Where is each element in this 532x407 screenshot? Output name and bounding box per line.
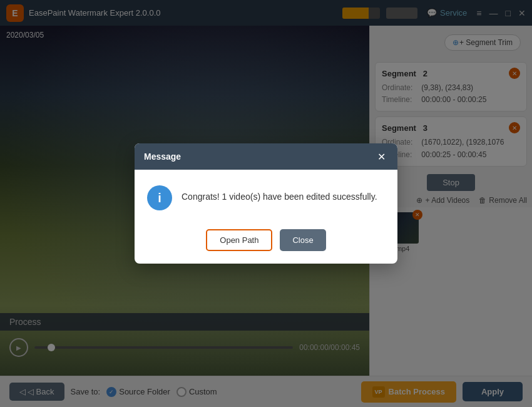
modal-close-button[interactable]: ✕	[374, 150, 388, 163]
modal-overlay: Message ✕ i Congrats! 1 video(s) have be…	[0, 0, 532, 407]
modal-info-icon: i	[147, 185, 172, 210]
modal-message: Congrats! 1 video(s) have been edited su…	[182, 185, 377, 204]
modal-close-btn[interactable]: Close	[280, 229, 325, 251]
modal-title: Message	[144, 152, 181, 162]
modal-header: Message ✕	[135, 143, 397, 170]
modal-body: i Congrats! 1 video(s) have been edited …	[135, 170, 397, 223]
message-modal: Message ✕ i Congrats! 1 video(s) have be…	[135, 143, 397, 264]
modal-footer: Open Path Close	[135, 223, 397, 264]
open-path-button[interactable]: Open Path	[206, 229, 272, 251]
